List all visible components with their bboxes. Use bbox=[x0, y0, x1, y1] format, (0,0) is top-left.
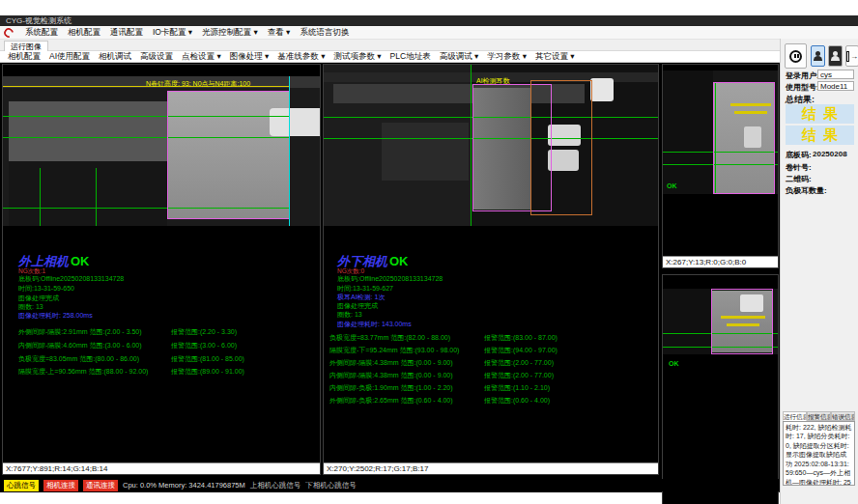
model-value[interactable]: Mode11 bbox=[817, 81, 854, 91]
machine-detail bbox=[382, 123, 469, 181]
edge-line-vertical bbox=[40, 168, 41, 226]
info-line: 图像处理耗时: 143.00ms bbox=[337, 320, 412, 329]
status-ok: OK bbox=[389, 254, 409, 268]
roi-rect-pink bbox=[711, 289, 773, 354]
info-line: 图像处理耗时: 258.00ms bbox=[18, 311, 93, 321]
alarm-range: 报警范围:(2.20 - 3.30) bbox=[171, 327, 237, 337]
pixel-coordinates: X:267;Y:13;R:0;G:0;B:0 bbox=[663, 256, 778, 267]
user-icon bbox=[813, 48, 823, 64]
image-annotation: N卷针高度: 93; N0点与N4距离:100 bbox=[146, 79, 250, 89]
status-ok-mini: OK bbox=[669, 360, 679, 367]
measurement-row: 隔膜宽度-上=90.56mm 范围:(88.00 - 92.00) 报警范围:(… bbox=[18, 367, 308, 377]
cyan-reference-line bbox=[289, 76, 290, 226]
log-tab-error[interactable]: 错误信息 bbox=[831, 411, 855, 421]
tool-learning-params[interactable]: 学习参数 ▾ bbox=[487, 51, 527, 63]
measurement-row: 内侧间隙-隔膜:4.38mm 范围:(0.00 - 9.00) 报警范围:(2.… bbox=[329, 371, 654, 380]
menu-camera-config[interactable]: 相机配置 bbox=[68, 27, 100, 39]
alarm-range: 报警范围:(3.00 - 6.00) bbox=[171, 341, 237, 350]
tool-camera-debug[interactable]: 相机调试 bbox=[99, 51, 131, 63]
small-top-image[interactable]: OK bbox=[663, 70, 778, 194]
alarm-range: 报警范围:(83.00 - 87.00) bbox=[484, 333, 558, 343]
log-tab-alarm[interactable]: 报警信息 bbox=[807, 411, 831, 421]
log-output: 耗时: 222, 缺陷检测耗时: 17, 缺陷分类耗时: 0, 缺陷提取分区耗时… bbox=[783, 421, 855, 486]
measurement-row: 内侧间隙-隔膜:4.60mm 范围:(3.00 - 6.00) 报警范围:(3.… bbox=[18, 341, 308, 350]
tool-spot-check[interactable]: 点检设置 ▾ bbox=[182, 51, 221, 63]
comm-connection-badge: 通讯连接 bbox=[83, 480, 118, 491]
tab-strip: 运行图像 bbox=[0, 40, 858, 51]
exit-arrow-icon: → bbox=[850, 52, 858, 61]
middle-camera-image[interactable]: AI检测耳数 bbox=[324, 65, 658, 226]
status-ok-mini: OK bbox=[667, 182, 677, 189]
result-box-lower: 结果 bbox=[786, 126, 854, 145]
window-titlebar: CYG-视觉检测系统 bbox=[0, 15, 858, 26]
anode-tab-count-label: 负极耳数量: bbox=[786, 185, 827, 196]
alarm-range: 报警范围:(81.00 - 85.00) bbox=[171, 354, 244, 364]
user-switch-button[interactable] bbox=[828, 45, 843, 67]
window-title: CYG-视觉检测系统 bbox=[6, 16, 72, 25]
heartbeat-badge: 心跳信号 bbox=[4, 480, 39, 491]
tool-ai-config[interactable]: AI使用配置 bbox=[49, 51, 90, 63]
middle-camera-view: AI检测耳数 外下相机OK NG次数:0 底板码:Offline20250208… bbox=[323, 64, 659, 475]
login-user-value[interactable]: cys bbox=[817, 70, 854, 79]
tool-test-params[interactable]: 测试项参数 ▾ bbox=[333, 51, 381, 63]
measurement-row: 负极宽度=83.05mm 范围:(80.00 - 86.00) 报警范围:(81… bbox=[18, 354, 308, 364]
status-bar: 心跳信号 相机连接 通讯连接 Cpu: 0.0% Memory: 3424.41… bbox=[0, 479, 780, 491]
alarm-range: 报警范围:(94.00 - 97.00) bbox=[484, 346, 558, 355]
roi-rect-pink bbox=[167, 91, 290, 219]
menu-comm-config[interactable]: 通讯配置 bbox=[110, 27, 143, 39]
menu-view[interactable]: 查看 ▾ bbox=[268, 27, 291, 39]
user-dark-icon bbox=[830, 48, 841, 64]
bottom-plate-value: 20250208 bbox=[813, 150, 847, 158]
bright-tab bbox=[590, 78, 614, 101]
roi-rect-orange bbox=[530, 80, 592, 215]
alarm-range: 报警范围:(2.00 - 77.00) bbox=[484, 371, 554, 380]
alarm-range: 报警范围:(0.60 - 4.00) bbox=[484, 396, 550, 406]
info-line: 圈数: 13 bbox=[337, 310, 362, 320]
info-line: 底板码:Offline20250208133134728 bbox=[18, 274, 124, 284]
tool-image-processing[interactable]: 图像处理 ▾ bbox=[230, 51, 270, 63]
right-control-panel: → 登录用户: cys 使用型号: Mode11 总结果: 结果 结果 底板码:… bbox=[780, 39, 858, 504]
alarm-range: 报警范围:(2.00 - 77.00) bbox=[484, 358, 554, 368]
menu-light-config[interactable]: 光源控制配置 ▾ bbox=[202, 27, 258, 39]
edge-line-vertical bbox=[471, 65, 472, 226]
login-user-label: 登录用户: bbox=[786, 70, 819, 81]
pixel-coordinates: X:270;Y:2502;R:17;G:17;B:17 bbox=[324, 462, 658, 474]
status-ok: OK bbox=[71, 254, 90, 268]
image-annotation: AI检测耳数 bbox=[476, 76, 510, 86]
user-login-button[interactable] bbox=[811, 45, 825, 67]
alarm-range: 报警范围:(1.10 - 2.10) bbox=[484, 383, 550, 393]
pause-icon bbox=[789, 50, 802, 63]
tool-plc-table[interactable]: PLC地址表 bbox=[390, 51, 431, 63]
edge-line-vertical bbox=[96, 168, 97, 226]
alarm-range: 报警范围:(89.00 - 91.00) bbox=[171, 367, 244, 377]
needle-number-label: 卷针号: bbox=[786, 162, 812, 173]
tool-camera-config[interactable]: 相机配置 bbox=[8, 51, 41, 63]
model-label: 使用型号: bbox=[786, 82, 819, 93]
app-logo-icon bbox=[2, 26, 15, 40]
tool-advanced-debug[interactable]: 高级调试 ▾ bbox=[440, 51, 479, 63]
tool-baseline-params[interactable]: 基准线参数 ▾ bbox=[277, 51, 325, 63]
measurement-row: 外侧间隙-隔膜:4.38mm 范围:(0.00 - 9.00) 报警范围:(2.… bbox=[329, 358, 654, 368]
tool-advanced-settings[interactable]: 高级设置 bbox=[140, 51, 173, 63]
info-line: 时间:13-31-59-650 bbox=[18, 284, 74, 294]
log-tab-run[interactable]: 运行信息 bbox=[783, 411, 807, 421]
tool-other-settings[interactable]: 其它设置 ▾ bbox=[535, 51, 575, 63]
measurement-row: 负极宽度=83.77mm 范围:(82.00 - 88.00) 报警范围:(83… bbox=[329, 333, 654, 343]
tab-run-image[interactable]: 运行图像 bbox=[4, 41, 48, 51]
exit-button[interactable]: → bbox=[845, 45, 858, 67]
left-camera-image[interactable]: N卷针高度: 93; N0点与N4距离:100 bbox=[3, 76, 320, 226]
machine-slab bbox=[9, 101, 167, 161]
pause-button[interactable] bbox=[785, 43, 807, 69]
menu-bar: 系统配置 相机配置 通讯配置 IO卡配置 ▾ 光源控制配置 ▾ 查看 ▾ 系统语… bbox=[0, 26, 858, 40]
menu-io-config[interactable]: IO卡配置 ▾ bbox=[153, 27, 192, 39]
lower-camera-heartbeat: 下相机心跳信号 bbox=[305, 481, 357, 490]
qrcode-label: 二维码: bbox=[786, 174, 812, 184]
small-bottom-image[interactable] bbox=[663, 289, 778, 354]
small-bottom-camera-view: OK X:311;Y:980;R:0;G:0;B:0 bbox=[662, 274, 779, 504]
small-top-camera-view: OK X:267;Y:13;R:0;G:0;B:0 bbox=[662, 64, 779, 268]
cpu-memory-status: Cpu: 0.0% Memory: 3424.41796875M bbox=[123, 481, 245, 490]
menu-system-config[interactable]: 系统配置 bbox=[25, 27, 58, 39]
toolbar: 相机配置 AI使用配置 相机调试 高级设置 点检设置 ▾ 图像处理 ▾ 基准线参… bbox=[0, 51, 858, 63]
menu-language-switch[interactable]: 系统语言切换 bbox=[300, 27, 349, 39]
main-area: N卷针高度: 93; N0点与N4距离:100 外上相机OK NG次数:1 底板… bbox=[0, 63, 780, 492]
